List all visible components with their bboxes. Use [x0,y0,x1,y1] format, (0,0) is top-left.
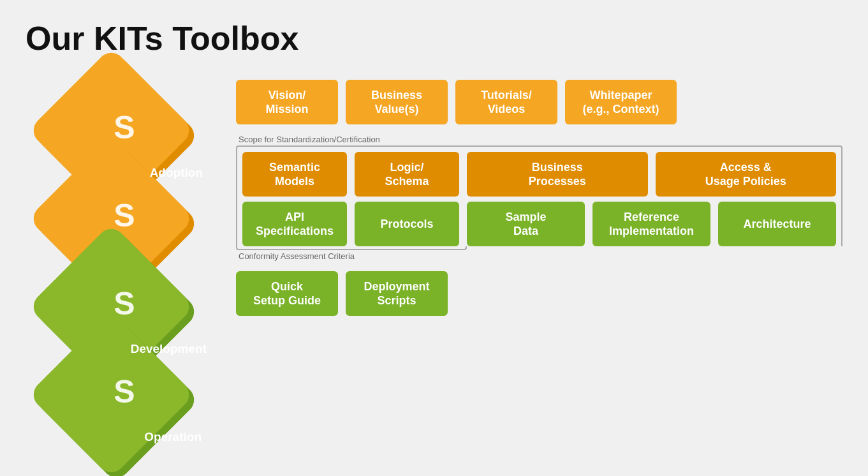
conformity-label: Conformity Assessment Criteria [239,251,842,261]
deployment-scripts-box[interactable]: DeploymentScripts [346,271,448,316]
scope-label: Scope for Standardization/Certification [239,135,842,144]
conformity-bracket [236,246,467,250]
scope-section: Scope for Standardization/Certification … [236,135,842,261]
protocols-box[interactable]: Protocols [355,202,459,246]
row2-outer: BusinessProcesses Access &Usage Policies [467,152,836,197]
right-grid: Vision/Mission BusinessValue(s) Tutorial… [236,80,842,316]
reference-implementation-box[interactable]: ReferenceImplementation [592,202,710,246]
operation-label: Operation [144,430,202,444]
development-label: Development [131,342,207,356]
row-3: APISpecifications Protocols SampleData R… [242,202,836,246]
sample-data-box[interactable]: SampleData [467,202,585,246]
tutorials-videos-box[interactable]: Tutorials/Videos [455,80,557,124]
api-specifications-box[interactable]: APISpecifications [242,202,347,246]
quick-setup-guide-box[interactable]: QuickSetup Guide [236,271,338,316]
logic-schema-box[interactable]: Logic/Schema [355,152,459,197]
access-usage-policies-box[interactable]: Access &Usage Policies [656,152,837,197]
page-title: Our KITs Toolbox [26,19,842,57]
row-1: Vision/Mission BusinessValue(s) Tutorial… [236,80,842,124]
row-2: SemanticModels Logic/Schema BusinessProc… [242,152,836,197]
row-4: QuickSetup Guide DeploymentScripts [236,271,842,316]
row3-scoped: APISpecifications Protocols [242,202,459,246]
row2-scoped: SemanticModels Logic/Schema [242,152,459,197]
business-value-box[interactable]: BusinessValue(s) [346,80,448,124]
main-content: S Adoption S S Development S [26,77,842,449]
business-processes-box[interactable]: BusinessProcesses [467,152,648,197]
scope-bracket: SemanticModels Logic/Schema BusinessProc… [236,145,842,246]
semantic-models-box[interactable]: SemanticModels [242,152,347,197]
architecture-box[interactable]: Architecture [718,202,836,246]
operation-layer: S Operation [38,347,210,449]
row3-outer: SampleData ReferenceImplementation Archi… [467,202,836,246]
page: Our KITs Toolbox S Adoption S S [0,0,868,462]
layer-stack: S Adoption S S Development S [26,83,223,449]
whitepaper-box[interactable]: Whitepaper(e.g., Context) [565,80,677,124]
adoption-label: Adoption [150,166,203,180]
vision-mission-box[interactable]: Vision/Mission [236,80,338,124]
